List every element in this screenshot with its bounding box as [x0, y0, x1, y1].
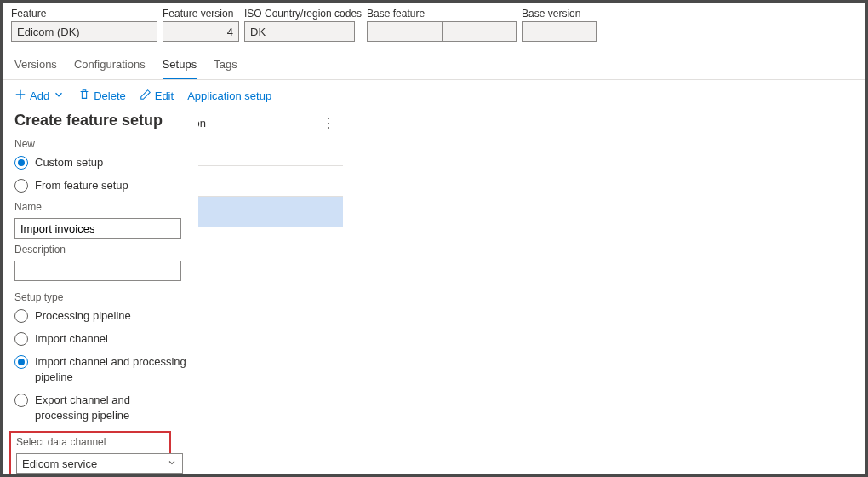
select-data-channel-highlight: Select data channel Edicom service [9, 431, 171, 477]
select-channel-value: Edicom service [22, 457, 97, 470]
radio-from-feature-label: From feature setup [35, 179, 128, 192]
add-button[interactable]: Add [14, 89, 65, 103]
add-label: Add [30, 89, 49, 102]
iso-input[interactable] [244, 21, 355, 42]
radio-processing-pipeline[interactable]: Processing pipeline [14, 308, 186, 323]
tab-tags[interactable]: Tags [214, 58, 237, 79]
edit-label: Edit [155, 89, 174, 102]
radio-icon [14, 309, 28, 323]
tab-configurations[interactable]: Configurations [74, 58, 146, 79]
delete-label: Delete [94, 89, 126, 102]
new-label: New [14, 138, 186, 150]
radio-processing-label: Processing pipeline [35, 309, 131, 322]
base-version-label: Base version [522, 8, 597, 20]
base-feature-input-1[interactable] [367, 21, 442, 42]
iso-group: ISO Country/region codes [244, 8, 362, 42]
grid-header: iption ⋮ [173, 112, 343, 135]
radio-import-pipeline[interactable]: Import channel and processing pipeline [14, 354, 186, 384]
feature-version-input[interactable] [163, 21, 239, 42]
feature-field-group: Feature [11, 8, 157, 42]
radio-export-pipeline-label: Export channel and processing pipeline [35, 393, 186, 422]
feature-label: Feature [11, 8, 157, 20]
create-feature-setup-panel: Create feature setup New Custom setup Fr… [3, 112, 198, 477]
radio-custom-setup[interactable]: Custom setup [14, 155, 186, 170]
delete-button[interactable]: Delete [78, 89, 126, 103]
tabs: Versions Configurations Setups Tags [3, 49, 865, 80]
name-label: Name [14, 201, 186, 213]
app-setup-label: Application setup [187, 89, 271, 102]
tab-versions[interactable]: Versions [14, 58, 57, 79]
radio-import-pipeline-label: Import channel and processing pipeline [35, 354, 186, 384]
description-input[interactable] [14, 261, 181, 281]
base-version-input[interactable] [522, 21, 597, 42]
base-version-group: Base version [522, 8, 597, 42]
description-label: Description [14, 244, 186, 256]
feature-input[interactable] [11, 21, 157, 42]
data-grid: iption ⋮ [173, 112, 343, 227]
radio-export-pipeline[interactable]: Export channel and processing pipeline [14, 393, 186, 422]
feature-version-label: Feature version [163, 8, 239, 20]
table-row[interactable] [173, 166, 343, 197]
table-row[interactable] [173, 197, 343, 227]
edit-button[interactable]: Edit [140, 89, 174, 103]
table-row[interactable] [173, 135, 343, 166]
trash-icon [78, 89, 90, 103]
select-data-channel-dropdown[interactable]: Edicom service [16, 453, 183, 474]
base-feature-label: Base feature [367, 8, 517, 20]
toolbar: Add Delete Edit Application setup [3, 80, 865, 112]
select-channel-label: Select data channel [16, 436, 164, 448]
setup-type-label: Setup type [14, 291, 186, 303]
chevron-down-icon [167, 457, 177, 470]
application-setup-button[interactable]: Application setup [187, 89, 271, 102]
name-input[interactable] [14, 218, 181, 238]
base-feature-group: Base feature [367, 8, 517, 42]
radio-icon [14, 355, 28, 369]
panel-title: Create feature setup [14, 112, 186, 129]
feature-version-group: Feature version [163, 8, 239, 42]
radio-icon [14, 179, 28, 193]
tab-setups[interactable]: Setups [163, 58, 197, 79]
grid-rows [173, 135, 343, 227]
plus-icon [14, 89, 26, 103]
radio-icon [14, 332, 28, 346]
radio-custom-label: Custom setup [35, 156, 103, 169]
radio-import-channel-label: Import channel [35, 332, 108, 345]
radio-icon [14, 156, 28, 170]
base-feature-input-2[interactable] [442, 21, 517, 42]
radio-import-channel[interactable]: Import channel [14, 331, 186, 346]
radio-from-feature-setup[interactable]: From feature setup [14, 178, 186, 193]
header-fields: Feature Feature version ISO Country/regi… [3, 3, 865, 49]
radio-icon [14, 394, 28, 407]
iso-label: ISO Country/region codes [244, 8, 362, 20]
content-area: iption ⋮ Create feature setup New Custom… [3, 112, 865, 477]
pencil-icon [140, 89, 151, 103]
grid-more-icon[interactable]: ⋮ [322, 115, 336, 131]
chevron-down-icon [53, 89, 65, 103]
